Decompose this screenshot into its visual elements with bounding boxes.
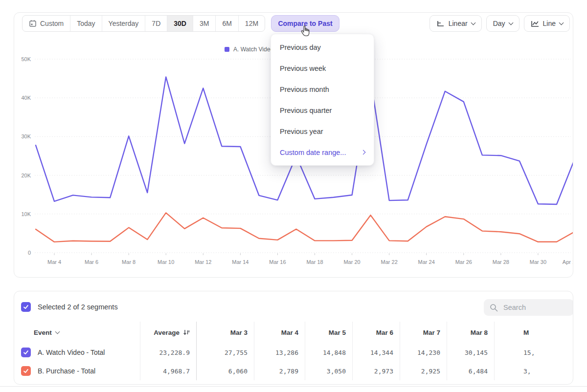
chevron-down-icon <box>55 329 60 334</box>
segments-table-card: Selected 2 of 2 segments EventAverageMar… <box>14 291 573 385</box>
compare-menu: Previous dayPrevious weekPrevious monthP… <box>271 34 374 166</box>
date-range-yesterday[interactable]: Yesterday <box>102 16 146 31</box>
compare-to-past-button[interactable]: Compare to Past <box>271 15 339 32</box>
date-range-6m[interactable]: 6M <box>216 16 238 31</box>
series-a-swatch <box>225 47 229 52</box>
table-cell: 2,925 <box>400 362 447 380</box>
interval-dropdown[interactable]: Day <box>486 15 519 32</box>
table-cell: 14,344 <box>352 343 400 362</box>
menu-item-previous-day[interactable]: Previous day <box>271 37 374 58</box>
segment-name: B. Purchase - Total <box>38 367 95 375</box>
table-cell: 13,286 <box>254 343 305 362</box>
sort-descending-icon <box>183 329 190 336</box>
y-axis-tick-label: 20K <box>21 173 31 178</box>
x-axis-tick-label: Mar 10 <box>158 259 174 265</box>
search-input[interactable] <box>502 303 563 312</box>
date-range-custom[interactable]: Custom <box>23 16 70 31</box>
column-header-mar-5[interactable]: Mar 5 <box>305 322 352 343</box>
chart-toolbar: CustomTodayYesterday7D30D3M6M12M Compare… <box>22 15 565 32</box>
select-all-checkbox[interactable] <box>21 302 31 312</box>
column-header-mar-8[interactable]: Mar 8 <box>447 322 494 343</box>
column-header-mar-7[interactable]: Mar 7 <box>400 322 447 343</box>
row-checkbox[interactable] <box>21 366 31 376</box>
table-cell: 4,968.7 <box>140 362 196 380</box>
date-range-30d[interactable]: 30D <box>167 16 193 31</box>
table-cell: 23,228.9 <box>140 343 196 362</box>
table-row-label: A. Watch Video - Total <box>14 343 140 362</box>
check-icon <box>23 304 29 310</box>
column-header-event[interactable]: Event <box>14 322 140 343</box>
column-header-m[interactable]: M <box>494 322 573 343</box>
table-cell: 14,848 <box>305 343 352 362</box>
column-header-average[interactable]: Average <box>140 322 196 343</box>
date-range-label: Custom <box>40 20 64 27</box>
chart-type-dropdown[interactable]: Line <box>524 15 570 32</box>
column-header-label: Mar 7 <box>423 329 440 336</box>
date-range-today[interactable]: Today <box>70 16 102 31</box>
table-row-label: B. Purchase - Total <box>14 362 140 380</box>
y-axis-tick-label: 0 <box>28 250 31 256</box>
column-header-label: Mar 4 <box>281 329 298 336</box>
calendar-icon <box>29 20 37 27</box>
table-cell: 30,145 <box>447 343 494 362</box>
x-axis-tick-label: Mar 30 <box>530 259 546 265</box>
check-icon <box>23 349 29 356</box>
segment-selection: Selected 2 of 2 segments <box>21 302 118 312</box>
series-line-b[interactable] <box>36 213 573 242</box>
segments-table: EventAverageMar 3Mar 4Mar 5Mar 6Mar 7Mar… <box>14 322 573 380</box>
x-axis-tick-label: Mar 14 <box>232 259 248 265</box>
table-cell: 6,484 <box>447 362 494 380</box>
page-bottom-divider <box>0 386 587 387</box>
search-icon <box>490 304 498 312</box>
menu-item-previous-quarter[interactable]: Previous quarter <box>271 100 374 121</box>
x-axis-tick-label: Mar 16 <box>269 259 286 265</box>
chevron-down-icon <box>559 21 564 25</box>
column-header-label: Mar 5 <box>329 329 346 336</box>
chart-type-dropdown-label: Line <box>543 20 556 27</box>
x-axis-tick-label: Mar 8 <box>122 259 135 265</box>
interval-dropdown-label: Day <box>493 20 505 27</box>
date-range-3m[interactable]: 3M <box>193 16 216 31</box>
x-axis-tick-label: Mar 22 <box>381 259 398 265</box>
segment-name: A. Watch Video - Total <box>38 348 105 356</box>
menu-item-previous-month[interactable]: Previous month <box>271 79 374 100</box>
menu-item-previous-week[interactable]: Previous week <box>271 58 374 79</box>
column-header-label: Mar 6 <box>376 329 393 336</box>
date-range-group: CustomTodayYesterday7D30D3M6M12M <box>22 15 265 32</box>
date-range-label: 7D <box>152 20 160 27</box>
date-range-7d[interactable]: 7D <box>145 16 167 31</box>
row-checkbox[interactable] <box>21 348 31 357</box>
y-axis-tick-label: 40K <box>21 95 31 101</box>
table-cell: 27,755 <box>196 343 254 362</box>
chevron-right-icon <box>361 150 366 155</box>
chart-controls: Linear Day Line <box>429 15 570 32</box>
search-box[interactable] <box>484 299 573 316</box>
column-header-label: Mar 3 <box>230 329 248 336</box>
column-header-mar-4[interactable]: Mar 4 <box>254 322 305 343</box>
date-range-label: 3M <box>200 20 209 27</box>
custom-date-range-label: Custom date range... <box>280 149 346 156</box>
column-header-label: M <box>523 329 529 336</box>
menu-item-previous-year[interactable]: Previous year <box>271 121 374 142</box>
scale-dropdown[interactable]: Linear <box>429 15 482 32</box>
column-header-mar-6[interactable]: Mar 6 <box>352 322 400 343</box>
menu-item-custom-date-range[interactable]: Custom date range... <box>271 142 374 163</box>
x-axis-tick-label: Mar 28 <box>493 259 509 265</box>
table-cell: 3, <box>494 362 573 380</box>
y-axis-tick-label: 30K <box>21 133 31 139</box>
check-icon <box>23 368 29 374</box>
date-range-label: 6M <box>222 20 231 27</box>
table-cell: 2,973 <box>352 362 400 380</box>
table-cell: 2,789 <box>254 362 305 380</box>
date-range-label: Yesterday <box>109 20 139 27</box>
table-cell: 15, <box>494 343 573 362</box>
x-axis-tick-label: Mar 20 <box>343 259 360 265</box>
x-axis-tick-label: Mar 24 <box>418 259 435 265</box>
table-cell: 6,060 <box>196 362 254 380</box>
x-axis-tick-label: Mar 4 <box>47 259 61 265</box>
date-range-12m[interactable]: 12M <box>239 16 265 31</box>
column-header-mar-3[interactable]: Mar 3 <box>196 322 254 343</box>
x-axis-tick-label: Mar 26 <box>455 259 472 265</box>
date-range-label: Today <box>77 20 95 27</box>
date-range-label: 30D <box>174 20 186 27</box>
